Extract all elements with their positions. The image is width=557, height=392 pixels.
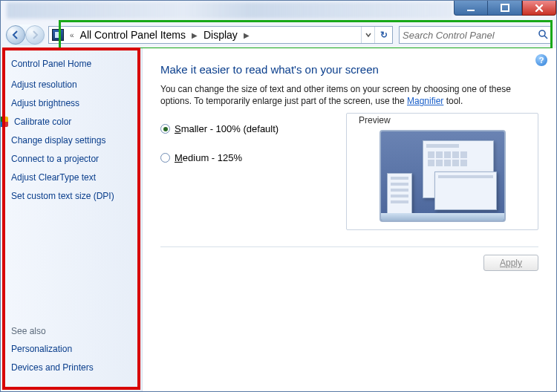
svg-point-3 — [539, 30, 545, 36]
sidebar-link-custom-text-size[interactable]: Set custom text size (DPI) — [11, 191, 131, 201]
main-content: ? Make it easier to read what's on your … — [142, 48, 556, 391]
radio-icon — [160, 124, 170, 134]
preview-column: Preview — [346, 123, 538, 230]
control-panel-home-link[interactable]: Control Panel Home — [11, 59, 131, 69]
size-options: Smaller - 100% (default) Medium - 125% — [160, 123, 346, 230]
radio-accel: M — [175, 152, 183, 163]
sidebar-link-adjust-resolution[interactable]: Adjust resolution — [11, 79, 131, 90]
radio-icon — [160, 153, 170, 163]
chevron-right-icon: ▶ — [242, 31, 251, 39]
page-heading: Make it easier to read what's on your sc… — [160, 63, 538, 76]
see-also: See also Personalization Devices and Pri… — [11, 326, 94, 381]
radio-label: maller - 100% (default) — [181, 123, 279, 134]
sidebar-link-connect-projector[interactable]: Connect to a projector — [11, 154, 131, 164]
see-also-devices-printers[interactable]: Devices and Printers — [11, 362, 94, 373]
search-input[interactable]: Search Control Panel — [399, 26, 552, 44]
apply-button[interactable]: Apply — [483, 255, 538, 271]
divider — [160, 246, 538, 247]
close-button[interactable] — [522, 1, 556, 16]
chevron-left-icon: « — [68, 31, 76, 39]
sidebar-link-cleartype[interactable]: Adjust ClearType text — [11, 172, 131, 183]
breadcrumb-parent[interactable]: All Control Panel Items — [80, 29, 186, 41]
see-also-personalization[interactable]: Personalization — [11, 344, 94, 354]
address-bar[interactable]: « All Control Panel Items ▶ Display ▶ ↻ — [48, 26, 393, 44]
search-placeholder: Search Control Panel — [403, 30, 495, 41]
sidebar-link-adjust-brightness[interactable]: Adjust brightness — [11, 98, 131, 108]
forward-button[interactable] — [25, 25, 45, 45]
minimize-button[interactable] — [454, 1, 488, 16]
titlebar-blur — [7, 2, 452, 19]
sidebar: Control Panel Home Adjust resolution Adj… — [1, 48, 142, 391]
radio-medium-125[interactable]: Medium - 125% — [160, 152, 346, 163]
refresh-button[interactable]: ↻ — [374, 27, 392, 43]
sidebar-link-change-display-settings[interactable]: Change display settings — [11, 135, 131, 146]
preview-label: Preview — [356, 115, 394, 125]
breadcrumb[interactable]: « All Control Panel Items ▶ Display ▶ — [67, 29, 361, 41]
back-button[interactable] — [6, 25, 25, 45]
address-dropdown[interactable] — [361, 27, 374, 43]
window-controls — [454, 1, 556, 20]
search-icon[interactable] — [538, 29, 548, 42]
svg-rect-0 — [467, 10, 475, 11]
control-panel-icon — [52, 29, 64, 41]
svg-rect-1 — [501, 4, 509, 11]
preview-box: Preview — [346, 113, 538, 230]
chevron-right-icon: ▶ — [190, 31, 199, 39]
page-description: You can change the size of text and othe… — [160, 83, 538, 107]
navigation-row: « All Control Panel Items ▶ Display ▶ ↻ … — [1, 22, 556, 48]
radio-smaller-100[interactable]: Smaller - 100% (default) — [160, 123, 346, 134]
sidebar-link-calibrate-color[interactable]: Calibrate color — [11, 117, 131, 127]
body: Control Panel Home Adjust resolution Adj… — [1, 48, 556, 391]
svg-line-4 — [544, 36, 547, 39]
breadcrumb-current[interactable]: Display — [203, 29, 238, 41]
see-also-heading: See also — [11, 326, 94, 336]
nav-buttons — [5, 24, 45, 45]
help-icon[interactable]: ? — [535, 54, 547, 66]
maximize-button[interactable] — [488, 1, 522, 16]
preview-monitor-icon — [380, 130, 506, 222]
desc-text-end: tool. — [443, 96, 463, 106]
svg-rect-2 — [55, 32, 61, 38]
radio-label: edium - 125% — [183, 152, 242, 163]
magnifier-link[interactable]: Magnifier — [407, 96, 443, 106]
radio-accel: S — [175, 123, 181, 134]
